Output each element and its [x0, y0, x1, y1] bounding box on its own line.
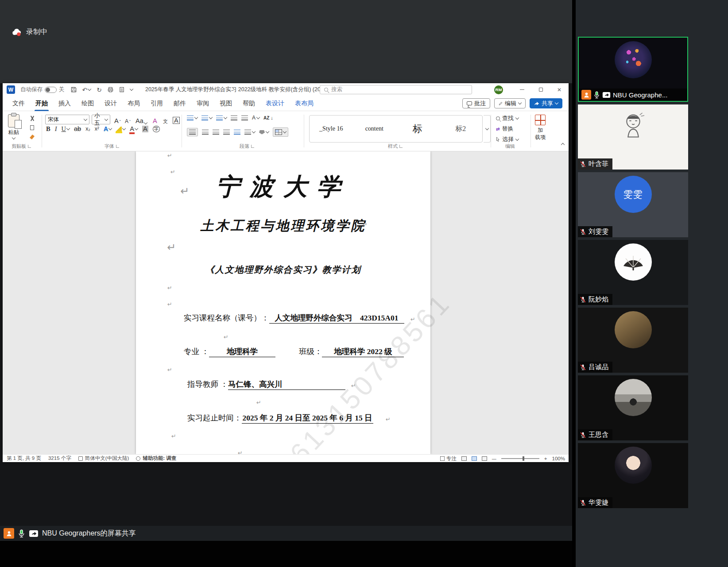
styles-gallery-more-button[interactable]: [484, 115, 491, 143]
sort-button[interactable]: AZ↓: [263, 116, 273, 120]
numbering-button[interactable]: [201, 116, 212, 120]
participant-tile[interactable]: 王思含: [578, 375, 688, 440]
decrease-indent-button[interactable]: [231, 116, 237, 120]
tab-layout[interactable]: 布局: [122, 96, 145, 111]
tab-design[interactable]: 设计: [99, 96, 122, 111]
redo-icon[interactable]: ↻: [97, 86, 102, 93]
tab-help[interactable]: 帮助: [237, 96, 260, 111]
paste-button[interactable]: 粘贴: [8, 114, 19, 139]
participant-tile[interactable]: 阮妙焰: [578, 240, 688, 305]
tab-view[interactable]: 视图: [214, 96, 237, 111]
style-item[interactable]: 标: [396, 122, 439, 135]
web-layout-button[interactable]: [482, 456, 487, 461]
italic-button[interactable]: I: [55, 126, 57, 132]
screen-share-icon[interactable]: [29, 530, 39, 537]
select-button[interactable]: 选择: [496, 135, 519, 143]
cut-button[interactable]: [28, 115, 36, 122]
participant-tile[interactable]: 雯雯 刘雯雯: [578, 172, 688, 237]
word-logo-icon[interactable]: W: [7, 85, 15, 94]
tab-table-design[interactable]: 表设计: [260, 96, 290, 111]
borders-button[interactable]: [273, 127, 288, 137]
justify-button[interactable]: [223, 130, 230, 135]
microphone-icon[interactable]: [18, 529, 25, 538]
text-effects-button[interactable]: A: [104, 126, 112, 132]
enclose-characters-button[interactable]: 字: [153, 126, 160, 132]
font-name-combo[interactable]: 宋体: [45, 115, 89, 124]
tab-review[interactable]: 审阅: [191, 96, 214, 111]
tab-table-layout[interactable]: 表布局: [290, 96, 319, 111]
highlight-button[interactable]: [116, 127, 125, 131]
line-spacing-button[interactable]: [244, 130, 255, 135]
align-left-button[interactable]: [187, 128, 198, 136]
accessibility-status[interactable]: 辅助功能: 调查: [136, 455, 176, 462]
participant-tile[interactable]: 叶含菲: [578, 104, 688, 170]
tab-insert[interactable]: 插入: [53, 96, 76, 111]
font-color-button[interactable]: A: [130, 126, 138, 132]
tab-file[interactable]: 文件: [7, 96, 30, 111]
document-icon[interactable]: [119, 87, 124, 93]
subscript-button[interactable]: x₂: [85, 126, 90, 131]
copy-button[interactable]: [28, 124, 36, 131]
save-icon[interactable]: [71, 87, 77, 93]
dialog-launcher-icon[interactable]: [399, 145, 403, 148]
style-item[interactable]: 标2: [439, 124, 483, 134]
customize-qat-chevron-icon[interactable]: [130, 87, 133, 91]
language-indicator[interactable]: 简体中文(中国大陆): [78, 455, 129, 462]
tab-references[interactable]: 引用: [145, 96, 168, 111]
comments-button[interactable]: 批注: [462, 98, 490, 108]
strikethrough-button[interactable]: ab: [74, 126, 81, 132]
zoom-in-button[interactable]: +: [544, 456, 547, 461]
undo-button[interactable]: ↶: [82, 86, 91, 93]
share-button[interactable]: 共享: [530, 98, 562, 108]
dialog-launcher-icon[interactable]: [116, 145, 119, 148]
character-border-button[interactable]: A: [173, 115, 180, 124]
read-mode-button[interactable]: [461, 456, 467, 461]
account-avatar[interactable]: RM: [494, 85, 503, 94]
dialog-launcher-icon[interactable]: [28, 145, 31, 148]
zoom-slider[interactable]: [501, 458, 539, 459]
focus-mode-button[interactable]: 专注: [440, 455, 457, 462]
shrink-font-button[interactable]: Aˇ: [125, 115, 131, 124]
shading-button[interactable]: [259, 130, 269, 135]
tab-home[interactable]: 开始: [30, 96, 53, 111]
format-painter-button[interactable]: [28, 134, 36, 140]
multilevel-list-button[interactable]: [216, 116, 227, 120]
zoom-level[interactable]: 100%: [552, 456, 565, 461]
autosave-control[interactable]: 自动保存 关: [20, 86, 65, 93]
replace-button[interactable]: ⇄ 替换: [496, 125, 513, 133]
dialog-launcher-icon[interactable]: [251, 145, 254, 148]
tab-mailings[interactable]: 邮件: [168, 96, 191, 111]
search-input[interactable]: 搜索: [320, 85, 472, 94]
align-center-button[interactable]: [202, 130, 209, 135]
style-item[interactable]: _Style 16: [310, 125, 353, 132]
phonetic-guide-button[interactable]: 文: [163, 115, 168, 124]
distribute-button[interactable]: [234, 130, 240, 135]
tab-draw[interactable]: 绘图: [76, 96, 99, 111]
word-count[interactable]: 3215 个字: [48, 455, 71, 462]
document-page[interactable]: 小小苏 +8613150788561 ↵ ↵ ↵ 宁波大学 土木工程与地理环境学…: [136, 151, 430, 454]
minimize-button[interactable]: [513, 83, 531, 96]
editing-mode-button[interactable]: 编辑: [494, 98, 526, 108]
print-icon[interactable]: [108, 87, 113, 93]
grow-font-button[interactable]: Aˆ: [114, 115, 121, 124]
bullets-button[interactable]: [187, 116, 197, 120]
addins-button[interactable]: 加 载项: [535, 115, 546, 141]
underline-button[interactable]: U: [62, 126, 70, 132]
align-right-button[interactable]: [213, 130, 219, 135]
participant-tile[interactable]: 华雯婕: [578, 443, 688, 508]
clear-formatting-button[interactable]: A: [153, 115, 157, 124]
page-indicator[interactable]: 第 1 页, 共 9 页: [7, 455, 41, 462]
bold-button[interactable]: B: [46, 126, 50, 132]
character-shading-button[interactable]: A: [142, 126, 148, 132]
autosave-toggle[interactable]: [45, 87, 57, 93]
print-layout-button[interactable]: [472, 456, 477, 461]
superscript-button[interactable]: x²: [95, 126, 99, 131]
style-item[interactable]: content: [353, 125, 396, 132]
restore-button[interactable]: [531, 83, 550, 96]
participant-tile[interactable]: 吕诚品: [578, 308, 688, 373]
participant-tile[interactable]: NBU Geographe...: [578, 37, 688, 102]
font-size-combo[interactable]: 小五: [92, 115, 110, 124]
zoom-slider-thumb[interactable]: [523, 456, 524, 461]
increase-indent-button[interactable]: [241, 116, 248, 120]
collapse-ribbon-button[interactable]: [561, 141, 564, 147]
